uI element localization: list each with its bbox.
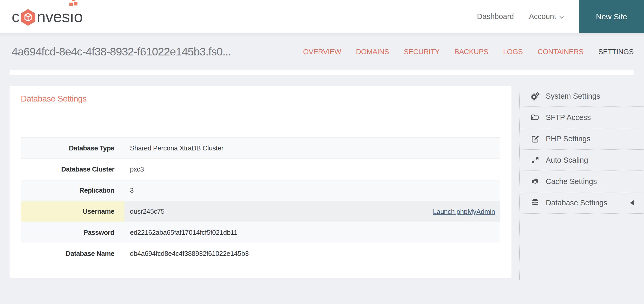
tab-security[interactable]: SECURITY [404, 48, 440, 56]
page: c nvesıo Dashboard Account New [0, 0, 644, 304]
cloud-download-icon [531, 177, 540, 186]
settings-sidebar: System Settings SFTP Access PHP Settings… [519, 86, 644, 280]
chevron-down-icon [559, 16, 564, 19]
row-value: ed22162aba65faf17014fcf5f021db11 [124, 222, 500, 243]
row-label: Password [21, 222, 124, 243]
folder-open-icon [531, 113, 540, 122]
sidebar-item-label: Cache Settings [546, 177, 597, 186]
logo-text-c: c [12, 9, 19, 25]
sidebar-item-label: SFTP Access [546, 113, 591, 122]
header-nav: Dashboard Account New Site [477, 0, 644, 33]
nav-dashboard[interactable]: Dashboard [477, 12, 514, 21]
expand-arrows-icon [531, 156, 540, 164]
database-icon [531, 198, 540, 207]
sidebar-item-cache-settings[interactable]: Cache Settings [520, 171, 644, 192]
edit-icon [531, 134, 540, 143]
site-tabs: OVERVIEW DOMAINS SECURITY BACKUPS LOGS C… [303, 48, 634, 56]
top-header: c nvesıo Dashboard Account New [0, 0, 644, 33]
table-row-replication: Replication 3 [21, 180, 500, 201]
row-value: 3 [124, 180, 500, 201]
logo-dot-square [69, 3, 73, 6]
site-title: 4a694fcd-8e4c-4f38-8932-f61022e145b3.fs0… [12, 45, 231, 58]
nav-account[interactable]: Account [529, 12, 564, 21]
tab-domains[interactable]: DOMAINS [356, 48, 389, 56]
sidebar-item-system-settings[interactable]: System Settings [520, 86, 644, 107]
logo-cube-icon [20, 9, 36, 26]
tab-overview[interactable]: OVERVIEW [303, 48, 341, 56]
sidebar-item-label: PHP Settings [546, 135, 590, 143]
table-row-username: Username dusr245c75 Launch phpMyAdmin [21, 201, 500, 222]
logo-text-end: o [74, 9, 82, 25]
row-label: Database Cluster [21, 159, 124, 180]
table-row-password: Password ed22162aba65faf17014fcf5f021db1… [21, 222, 500, 243]
launch-phpmyadmin-link[interactable]: Launch phpMyAdmin [433, 207, 495, 216]
caret-left-icon [630, 200, 634, 205]
row-label: Username [21, 201, 124, 222]
logo-text-i: ı [70, 9, 74, 25]
tab-logs[interactable]: LOGS [503, 48, 523, 56]
sidebar-item-auto-scaling[interactable]: Auto Scaling [520, 150, 644, 171]
sidebar-item-php-settings[interactable]: PHP Settings [520, 128, 644, 150]
sidebar-item-label: Database Settings [546, 199, 607, 207]
sidebar-item-database-settings[interactable]: Database Settings [520, 192, 644, 214]
row-label: Database Name [21, 243, 124, 264]
logo-dot-square [72, 0, 75, 1]
tab-containers[interactable]: CONTAINERS [537, 48, 583, 56]
row-label: Database Type [21, 138, 124, 159]
tab-settings[interactable]: SETTINGS [598, 48, 634, 56]
sidebar-item-label: System Settings [546, 92, 600, 100]
cogs-icon [531, 92, 540, 100]
row-value: dusr245c75 Launch phpMyAdmin [124, 201, 500, 222]
sidebar-item-sftp-access[interactable]: SFTP Access [520, 107, 644, 128]
section-heading: Database Settings [21, 94, 87, 104]
row-value: Shared Percona XtraDB Cluster [124, 138, 500, 159]
logo-dot-square [74, 2, 77, 5]
row-value: db4a694fcd8e4c4f388932f61022e145b3 [124, 243, 500, 264]
database-settings-table: Database Type Shared Percona XtraDB Clus… [21, 117, 500, 264]
database-settings-card: Database Settings Database Type Shared P… [10, 86, 511, 278]
scrollbar-track[interactable] [10, 70, 634, 75]
table-row-database-name: Database Name db4a694fcd8e4c4f388932f610… [21, 243, 500, 264]
sidebar-item-label: Auto Scaling [546, 156, 588, 164]
logo-text-mid: nves [37, 9, 70, 25]
row-label: Replication [21, 180, 124, 201]
empty-row [21, 117, 500, 137]
table-row-database-cluster: Database Cluster pxc3 [21, 159, 500, 180]
new-site-button[interactable]: New Site [579, 0, 644, 33]
tab-backups[interactable]: BACKUPS [454, 48, 488, 56]
logo[interactable]: c nvesıo [12, 8, 83, 25]
row-value: pxc3 [124, 159, 500, 180]
site-bar: 4a694fcd-8e4c-4f38-8932-f61022e145b3.fs0… [0, 33, 644, 70]
table-row-database-type: Database Type Shared Percona XtraDB Clus… [21, 137, 500, 159]
